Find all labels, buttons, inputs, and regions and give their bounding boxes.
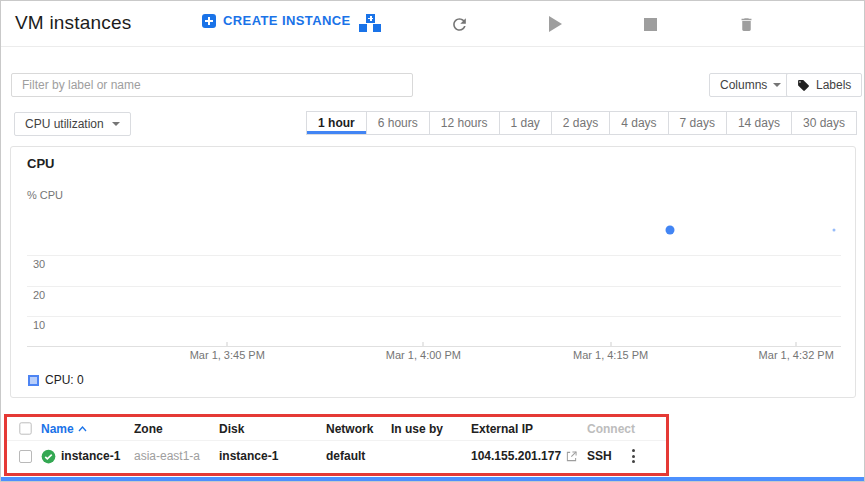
create-instance-icon <box>202 14 216 28</box>
y-tick-label: 20 <box>33 289 45 301</box>
time-range-1-hour[interactable]: 1 hour <box>306 111 367 135</box>
stop-icon[interactable] <box>640 14 660 34</box>
chart-title: CPU <box>27 156 54 171</box>
row-menu-icon[interactable] <box>630 447 637 465</box>
chevron-down-icon <box>773 83 781 87</box>
time-range-4-days[interactable]: 4 days <box>609 111 668 135</box>
sort-asc-icon <box>78 426 87 432</box>
gridline <box>27 286 841 287</box>
bottom-accent-bar <box>1 477 864 481</box>
x-tick-label: Mar 1, 4:32 PM <box>759 349 834 361</box>
chart-x-axis: Mar 1, 3:45 PMMar 1, 4:00 PMMar 1, 4:15 … <box>27 349 841 363</box>
column-header-network[interactable]: Network <box>326 422 391 436</box>
column-header-in-use-by[interactable]: In use by <box>391 422 471 436</box>
page-title: VM instances <box>15 12 131 34</box>
create-instance-label: CREATE INSTANCE <box>223 13 351 28</box>
metric-select[interactable]: CPU utilization <box>14 112 131 136</box>
status-running-icon <box>41 449 56 464</box>
network-cell: default <box>326 449 391 463</box>
column-header-connect: Connect <box>587 422 666 436</box>
time-range-6-hours[interactable]: 6 hours <box>366 111 430 135</box>
instances-table: Name Zone Disk Network In use by Externa… <box>4 414 669 476</box>
tag-icon <box>797 79 810 92</box>
time-range-1-day[interactable]: 1 day <box>499 111 552 135</box>
chevron-down-icon <box>112 122 120 126</box>
chart-y-axis-label: % CPU <box>27 189 63 201</box>
top-toolbar: VM instances CREATE INSTANCE <box>1 1 864 47</box>
data-point <box>832 228 835 231</box>
external-link-icon[interactable] <box>566 451 577 462</box>
refresh-icon[interactable] <box>449 14 469 34</box>
y-tick-label: 30 <box>33 258 45 270</box>
row-checkbox[interactable] <box>19 450 32 463</box>
column-header-disk[interactable]: Disk <box>219 422 326 436</box>
columns-button[interactable]: Columns <box>709 73 792 97</box>
column-header-name[interactable]: Name <box>41 422 134 436</box>
select-all-checkbox[interactable] <box>19 422 31 434</box>
cpu-chart-panel: CPU % CPU 102030 Mar 1, 3:45 PMMar 1, 4:… <box>10 146 856 398</box>
time-range-7-days[interactable]: 7 days <box>668 111 727 135</box>
column-header-zone[interactable]: Zone <box>134 422 219 436</box>
x-tick-label: Mar 1, 3:45 PM <box>190 349 265 361</box>
x-tick-mark <box>610 342 611 346</box>
legend-swatch-icon <box>28 375 39 386</box>
time-range-2-days[interactable]: 2 days <box>551 111 610 135</box>
x-axis-baseline <box>27 346 841 347</box>
vm-instances-screen: VM instances CREATE INSTANCE Columns Lab… <box>0 0 865 482</box>
legend-label: CPU: 0 <box>45 373 84 387</box>
labels-button[interactable]: Labels <box>786 73 862 97</box>
instance-name-cell[interactable]: instance-1 <box>41 449 134 464</box>
chart-legend: CPU: 0 <box>28 373 84 387</box>
connect-cell: SSH <box>587 447 666 465</box>
external-ip: 104.155.201.177 <box>471 449 561 463</box>
create-instance-button[interactable]: CREATE INSTANCE <box>202 13 351 28</box>
time-range-30-days[interactable]: 30 days <box>791 111 857 135</box>
zone-cell: asia-east1-a <box>134 449 219 463</box>
new-instance-group-icon[interactable] <box>359 14 381 32</box>
time-range-14-days[interactable]: 14 days <box>726 111 792 135</box>
table-header-row: Name Zone Disk Network In use by Externa… <box>7 417 666 441</box>
x-tick-mark <box>796 342 797 346</box>
filter-input[interactable] <box>11 73 413 97</box>
y-tick-label: 10 <box>33 319 45 331</box>
time-range-12-hours[interactable]: 12 hours <box>429 111 500 135</box>
x-tick-mark <box>423 342 424 346</box>
instance-name[interactable]: instance-1 <box>61 449 120 463</box>
start-icon[interactable] <box>545 14 565 34</box>
labels-label: Labels <box>816 78 851 92</box>
chart-plot-area: 102030 <box>27 207 841 346</box>
time-range-tabs: 1 hour6 hours12 hours1 day2 days4 days7 … <box>307 111 857 135</box>
delete-icon[interactable] <box>736 14 756 34</box>
disk-cell: instance-1 <box>219 449 326 463</box>
x-tick-label: Mar 1, 4:15 PM <box>573 349 648 361</box>
columns-label: Columns <box>720 78 767 92</box>
x-tick-mark <box>227 342 228 346</box>
x-tick-label: Mar 1, 4:00 PM <box>386 349 461 361</box>
data-point <box>666 225 675 234</box>
external-ip-cell: 104.155.201.177 <box>471 449 587 463</box>
gridline <box>27 255 841 256</box>
table-row[interactable]: instance-1 asia-east1-a instance-1 defau… <box>7 441 666 471</box>
column-header-external-ip[interactable]: External IP <box>471 422 587 436</box>
metric-label: CPU utilization <box>25 117 104 131</box>
ssh-button[interactable]: SSH <box>587 449 612 463</box>
gridline <box>27 316 841 317</box>
